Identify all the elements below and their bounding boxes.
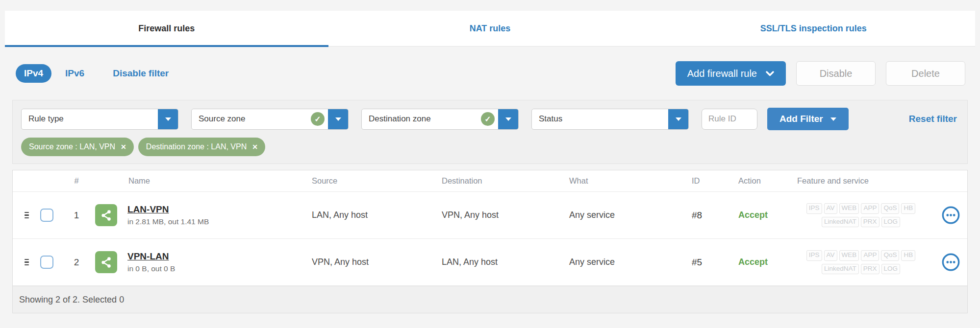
status-select[interactable]: Status	[531, 109, 689, 130]
caret-down-icon	[830, 117, 836, 124]
table-header-row: # Name Source Destination What ID Action…	[13, 170, 967, 192]
tab-ssl-tls-inspection-rules[interactable]: SSL/TLS inspection rules	[652, 11, 975, 46]
filter-panel: Rule type Source zone ✓ Destination zone…	[12, 100, 968, 164]
column-header-name: Name	[89, 176, 312, 186]
column-header-what: What	[569, 176, 687, 186]
rule-destination: VPN, Any host	[442, 210, 569, 220]
disable-filter-link[interactable]: Disable filter	[113, 68, 169, 79]
tab-nat-rules-label: NAT rules	[470, 23, 511, 34]
tab-nat-rules[interactable]: NAT rules	[328, 11, 652, 46]
add-filter-button[interactable]: Add Filter	[767, 108, 849, 130]
rule-source: VPN, Any host	[312, 257, 442, 267]
rule-type-select[interactable]: Rule type	[21, 109, 178, 130]
feature-badges: IPS AV WEB APP QoS HB LinkedNAT PRX LOG	[787, 203, 934, 228]
feature-badge-qos: QoS	[881, 250, 899, 261]
rule-action-accept: Accept	[729, 257, 787, 267]
chevron-down-icon	[766, 71, 774, 76]
row-checkbox[interactable]	[40, 209, 53, 222]
delete-button[interactable]: Delete	[886, 61, 965, 86]
status-select-label: Status	[532, 114, 668, 124]
source-zone-filter-chip-label: Source zone : LAN, VPN	[29, 142, 115, 151]
rule-position: 1	[64, 210, 89, 221]
share-nodes-icon	[100, 256, 113, 269]
table-footer: Showing 2 of 2. Selected 0	[13, 286, 967, 313]
column-header-destination: Destination	[442, 176, 569, 186]
network-rule-icon	[95, 251, 117, 273]
destination-zone-select-arrow-button[interactable]	[498, 109, 518, 129]
source-zone-select[interactable]: Source zone ✓	[191, 109, 349, 130]
tab-firewall-rules-label: Firewall rules	[138, 23, 195, 34]
active-filter-chips: Source zone : LAN, VPN ✕ Destination zon…	[21, 138, 959, 156]
feature-badge-av: AV	[824, 250, 837, 261]
rule-source: LAN, Any host	[312, 210, 442, 220]
rule-name-link[interactable]: LAN-VPN	[127, 204, 169, 215]
rule-destination: LAN, Any host	[442, 257, 569, 267]
reset-filter-link[interactable]: Reset filter	[909, 114, 957, 124]
tab-ssl-tls-inspection-rules-label: SSL/TLS inspection rules	[760, 23, 867, 34]
feature-badge-prx: PRX	[861, 217, 879, 228]
rule-id: #5	[687, 257, 729, 268]
destination-zone-filter-chip: Destination zone : LAN, VPN ✕	[138, 138, 265, 156]
ipv4-toggle[interactable]: IPv4	[16, 64, 51, 83]
rule-action-accept: Accept	[729, 210, 787, 220]
rule-what: Any service	[569, 257, 687, 267]
column-header-number: #	[64, 176, 89, 186]
row-more-options-icon[interactable]	[941, 205, 961, 225]
feature-badge-prx: PRX	[861, 264, 879, 275]
filter-controls-row: Rule type Source zone ✓ Destination zone…	[21, 108, 959, 130]
feature-badge-web: WEB	[839, 250, 859, 261]
share-nodes-icon	[100, 209, 113, 222]
filter-active-check-icon: ✓	[481, 112, 495, 126]
disable-button[interactable]: Disable	[796, 61, 876, 86]
caret-down-icon	[165, 117, 171, 124]
caret-down-icon	[505, 117, 511, 124]
firewall-rules-table: # Name Source Destination What ID Action…	[12, 170, 968, 313]
column-header-id: ID	[687, 176, 729, 186]
rule-position: 2	[64, 257, 89, 268]
feature-badge-av: AV	[824, 203, 837, 214]
toolbar: IPv4 IPv6 Disable filter Add firewall ru…	[16, 61, 965, 86]
destination-zone-select-label: Destination zone	[362, 114, 481, 124]
add-filter-label: Add Filter	[779, 114, 823, 124]
source-zone-filter-chip: Source zone : LAN, VPN ✕	[21, 138, 134, 156]
rule-type-select-arrow-button[interactable]	[158, 109, 178, 129]
rule-id-input[interactable]	[702, 109, 757, 130]
feature-badge-qos: QoS	[881, 203, 899, 214]
feature-badge-ips: IPS	[806, 203, 822, 214]
feature-badge-web: WEB	[839, 203, 859, 214]
feature-badge-linkednat: LinkedNAT	[822, 217, 859, 228]
column-header-action: Action	[729, 176, 787, 186]
table-row: 1 LAN-VPN in 2.81 MB, out 1.41 MB LAN, A…	[13, 192, 967, 239]
drag-handle[interactable]	[23, 210, 31, 221]
caret-down-icon	[335, 117, 341, 124]
drag-handle[interactable]	[23, 257, 31, 268]
remove-filter-icon[interactable]: ✕	[121, 143, 126, 150]
feature-badge-hb: HB	[901, 203, 915, 214]
showing-count-text: Showing 2 of 2. Selected 0	[19, 295, 124, 305]
rule-type-select-label: Rule type	[22, 114, 158, 124]
tab-firewall-rules[interactable]: Firewall rules	[5, 11, 328, 46]
remove-filter-icon[interactable]: ✕	[252, 143, 258, 150]
network-rule-icon	[95, 204, 117, 226]
table-row: 2 VPN-LAN in 0 B, out 0 B VPN, Any host …	[13, 239, 967, 286]
column-header-source: Source	[312, 176, 442, 186]
row-checkbox[interactable]	[40, 256, 53, 269]
rule-id: #8	[687, 210, 729, 221]
add-firewall-rule-label: Add firewall rule	[687, 68, 757, 79]
feature-badge-log: LOG	[881, 217, 901, 228]
ipv6-toggle[interactable]: IPv6	[65, 68, 84, 79]
column-header-feature-and-service: Feature and service	[787, 176, 934, 186]
status-select-arrow-button[interactable]	[668, 109, 688, 129]
source-zone-select-arrow-button[interactable]	[328, 109, 348, 129]
destination-zone-select[interactable]: Destination zone ✓	[361, 109, 519, 130]
feature-badge-hb: HB	[901, 250, 915, 261]
rule-traffic-stats: in 2.81 MB, out 1.41 MB	[127, 217, 209, 226]
rule-name-link[interactable]: VPN-LAN	[127, 251, 169, 262]
filter-active-check-icon: ✓	[311, 112, 325, 126]
row-more-options-icon[interactable]	[941, 252, 961, 272]
feature-badge-app: APP	[861, 250, 879, 261]
destination-zone-filter-chip-label: Destination zone : LAN, VPN	[146, 142, 247, 151]
feature-badges: IPS AV WEB APP QoS HB LinkedNAT PRX LOG	[787, 250, 934, 275]
feature-badge-linkednat: LinkedNAT	[822, 264, 859, 275]
add-firewall-rule-button[interactable]: Add firewall rule	[676, 61, 786, 86]
